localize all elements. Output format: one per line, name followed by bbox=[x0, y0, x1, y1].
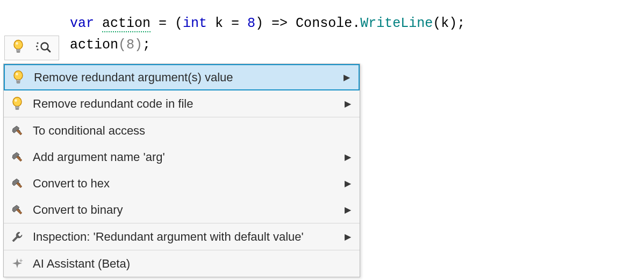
menu-item-inspection-redundant-arg[interactable]: Inspection: 'Redundant argument with def… bbox=[4, 223, 360, 250]
ident-action-call: action bbox=[70, 37, 118, 53]
number-literal: 8 bbox=[247, 16, 255, 31]
hammer-icon bbox=[4, 177, 31, 190]
menu-item-label: Add argument name 'arg' bbox=[31, 150, 336, 164]
lightbulb-icon bbox=[4, 96, 31, 111]
svg-rect-11 bbox=[17, 80, 20, 81]
wrench-icon bbox=[4, 230, 31, 243]
hammer-icon bbox=[4, 204, 31, 216]
submenu-arrow-icon: ▶ bbox=[335, 72, 359, 82]
keyword-var: var bbox=[70, 16, 94, 31]
call-paren-open: ( bbox=[118, 37, 126, 53]
svg-point-8 bbox=[37, 48, 38, 50]
redundant-arg-literal: 8 bbox=[126, 37, 134, 53]
svg-point-1 bbox=[16, 42, 18, 45]
menu-item-ai-assistant[interactable]: AI Assistant (Beta) bbox=[4, 250, 360, 277]
keyword-int: int bbox=[183, 16, 207, 31]
quickfix-popup: Remove redundant argument(s) value ▶ Rem… bbox=[3, 64, 360, 277]
submenu-arrow-icon: ▶ bbox=[336, 205, 360, 215]
menu-item-label: AI Assistant (Beta) bbox=[31, 257, 336, 271]
svg-point-7 bbox=[36, 45, 38, 47]
sparkle-icon bbox=[4, 257, 31, 270]
code-line-1: var action = (int k = 8) => Console.Writ… bbox=[70, 13, 465, 34]
menu-item-remove-redundant-code-file[interactable]: Remove redundant code in file ▶ bbox=[4, 90, 360, 117]
svg-point-10 bbox=[16, 72, 18, 75]
hammer-icon bbox=[4, 151, 31, 164]
submenu-arrow-icon: ▶ bbox=[336, 152, 360, 162]
code-editor[interactable]: var action = (int k = 8) => Console.Writ… bbox=[70, 13, 465, 56]
svg-point-14 bbox=[15, 99, 17, 101]
menu-item-to-conditional-access[interactable]: To conditional access bbox=[4, 117, 360, 144]
hammer-icon bbox=[4, 124, 31, 137]
method-writeline: WriteLine bbox=[360, 16, 433, 31]
quickfix-gutter[interactable] bbox=[4, 36, 59, 60]
menu-item-label: Convert to binary bbox=[31, 203, 336, 217]
svg-rect-2 bbox=[17, 50, 20, 51]
svg-point-0 bbox=[14, 40, 23, 50]
svg-point-6 bbox=[37, 42, 38, 44]
svg-rect-15 bbox=[16, 106, 19, 108]
lightbulb-icon bbox=[5, 70, 32, 85]
submenu-arrow-icon: ▶ bbox=[336, 232, 360, 242]
menu-item-add-argument-name[interactable]: Add argument name 'arg' ▶ bbox=[4, 144, 360, 170]
menu-item-convert-to-hex[interactable]: Convert to hex ▶ bbox=[4, 170, 360, 197]
menu-item-convert-to-binary[interactable]: Convert to binary ▶ bbox=[4, 197, 360, 223]
code-line-2: action(8); bbox=[70, 34, 465, 56]
inspect-icon[interactable] bbox=[35, 40, 51, 55]
svg-point-13 bbox=[13, 97, 22, 106]
menu-item-remove-redundant-argument[interactable]: Remove redundant argument(s) value ▶ bbox=[4, 64, 360, 90]
menu-item-label: To conditional access bbox=[31, 124, 336, 138]
menu-item-label: Convert to hex bbox=[31, 177, 336, 191]
svg-rect-3 bbox=[17, 51, 20, 53]
menu-item-label: Inspection: 'Redundant argument with def… bbox=[31, 230, 336, 244]
svg-rect-12 bbox=[17, 82, 20, 83]
menu-item-label: Remove redundant argument(s) value bbox=[32, 71, 335, 85]
submenu-arrow-icon: ▶ bbox=[336, 99, 360, 109]
lightbulb-icon[interactable] bbox=[12, 39, 24, 57]
svg-point-9 bbox=[14, 71, 23, 80]
ident-action-decl: action bbox=[102, 16, 151, 32]
svg-rect-16 bbox=[16, 108, 19, 110]
menu-item-label: Remove redundant code in file bbox=[31, 97, 336, 111]
submenu-arrow-icon: ▶ bbox=[336, 178, 360, 188]
call-paren-close: ) bbox=[134, 37, 142, 53]
svg-line-5 bbox=[47, 49, 50, 52]
